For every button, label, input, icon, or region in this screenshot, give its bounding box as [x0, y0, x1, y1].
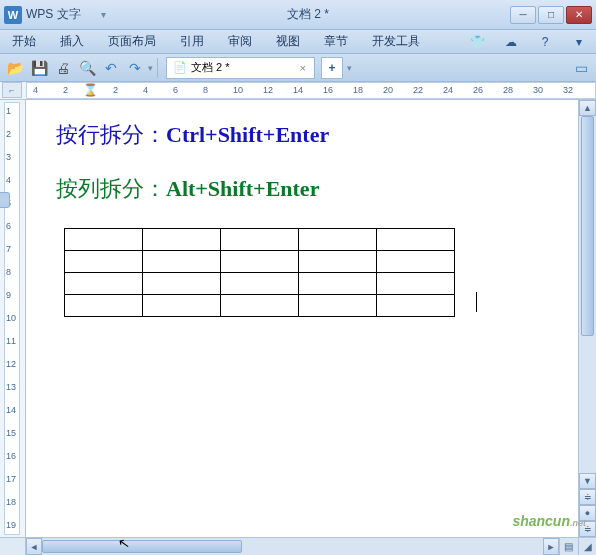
- line1-label: 按行拆分：: [56, 122, 166, 147]
- toolbar: 📂 💾 🖨 🔍 ↶ ↷ ▾ 📄 文档 2 * × + ▾ ▭: [0, 54, 596, 82]
- prev-page-button[interactable]: ≑: [579, 489, 596, 505]
- ruler-tick: 17: [6, 474, 16, 484]
- ruler-tick: 9: [6, 290, 11, 300]
- next-page-button[interactable]: ≑: [579, 521, 596, 537]
- table-row[interactable]: [65, 251, 455, 273]
- content-line-2: 按列拆分：Alt+Shift+Enter: [56, 174, 548, 204]
- ruler-tick: 15: [6, 428, 16, 438]
- open-button[interactable]: 📂: [4, 57, 26, 79]
- redo-button[interactable]: ↷: [124, 57, 146, 79]
- undo-button[interactable]: ↶: [100, 57, 122, 79]
- line2-keys: Alt+Shift+Enter: [166, 176, 319, 201]
- ruler-corner-icon[interactable]: ⌐: [2, 82, 22, 98]
- ruler-tick: 4: [6, 175, 11, 185]
- ruler-tick: 14: [6, 405, 16, 415]
- ruler-tick: 18: [353, 85, 363, 95]
- ruler-tick: 8: [6, 267, 11, 277]
- ruler-tick: 4: [143, 85, 148, 95]
- ruler-tick: 2: [6, 129, 11, 139]
- ruler-tick: 16: [323, 85, 333, 95]
- save-button[interactable]: 💾: [28, 57, 50, 79]
- menu-dev-tools[interactable]: 开发工具: [368, 31, 424, 52]
- vscroll-thumb[interactable]: [581, 116, 594, 336]
- document-page[interactable]: 按行拆分：Ctrl+Shift+Enter 按列拆分：Alt+Shift+Ent…: [26, 100, 578, 537]
- split-view-icon[interactable]: ▤: [559, 538, 577, 555]
- ruler-tick: 24: [443, 85, 453, 95]
- app-name: WPS 文字: [26, 6, 81, 23]
- line1-keys: Ctrl+Shift+Enter: [166, 122, 329, 147]
- vertical-ruler[interactable]: 1 2 3 4 5 6 7 8 9 10 11 12 13 14 15 16 1…: [0, 100, 26, 537]
- ruler-tick: 6: [173, 85, 178, 95]
- tab-list-icon[interactable]: ▾: [347, 63, 352, 73]
- ruler-tick: 13: [6, 382, 16, 392]
- table-row[interactable]: [65, 229, 455, 251]
- document-table[interactable]: [64, 228, 455, 317]
- vscroll-track[interactable]: [579, 116, 596, 473]
- menu-review[interactable]: 审阅: [224, 31, 256, 52]
- ruler-tick: 20: [383, 85, 393, 95]
- menu-view[interactable]: 视图: [272, 31, 304, 52]
- table-row[interactable]: [65, 273, 455, 295]
- corner-icon[interactable]: ◢: [578, 538, 596, 555]
- doc-tab-label: 文档 2 *: [191, 60, 230, 75]
- browse-object-button[interactable]: ●: [579, 505, 596, 521]
- app-logo-icon: W: [4, 6, 22, 24]
- ruler-tick: 30: [533, 85, 543, 95]
- text-caret: [476, 292, 477, 312]
- line2-label: 按列拆分：: [56, 176, 166, 201]
- ruler-tick: 3: [6, 152, 11, 162]
- ruler-tick: 26: [473, 85, 483, 95]
- scroll-right-button[interactable]: ►: [543, 538, 559, 555]
- close-button[interactable]: ✕: [566, 6, 592, 24]
- vertical-scrollbar[interactable]: ▲ ▼ ≑ ● ≑: [578, 100, 596, 537]
- ruler-tick: 12: [6, 359, 16, 369]
- add-tab-button[interactable]: +: [321, 57, 343, 79]
- menu-section[interactable]: 章节: [320, 31, 352, 52]
- ruler-tick: 10: [233, 85, 243, 95]
- skin-icon[interactable]: 👕: [468, 33, 486, 51]
- tab-close-icon[interactable]: ×: [298, 62, 308, 74]
- minimize-button[interactable]: ─: [510, 6, 536, 24]
- menu-references[interactable]: 引用: [176, 31, 208, 52]
- maximize-button[interactable]: □: [538, 6, 564, 24]
- doc-tab-icon: 📄: [173, 61, 187, 74]
- ruler-tick: 19: [6, 520, 16, 530]
- ruler-tick: 18: [6, 497, 16, 507]
- toolbar-more-icon[interactable]: ▾: [148, 63, 153, 73]
- side-panel-tab[interactable]: [0, 192, 10, 208]
- menu-start[interactable]: 开始: [8, 31, 40, 52]
- ruler-tick: 7: [6, 244, 11, 254]
- horizontal-scrollbar-row: ◄ ► ▤ ◢: [0, 537, 596, 555]
- help-icon[interactable]: ?: [536, 33, 554, 51]
- hscroll-thumb[interactable]: [42, 540, 242, 553]
- ruler-tick: 28: [503, 85, 513, 95]
- page-area: 按行拆分：Ctrl+Shift+Enter 按列拆分：Alt+Shift+Ent…: [26, 100, 596, 537]
- menu-bar: 开始 插入 页面布局 引用 审阅 视图 章节 开发工具 👕 ☁ ? ▾: [0, 30, 596, 54]
- ruler-tick: 2: [113, 85, 118, 95]
- ruler-tick: 16: [6, 451, 16, 461]
- ruler-tick: 14: [293, 85, 303, 95]
- content-line-1: 按行拆分：Ctrl+Shift+Enter: [56, 120, 548, 150]
- ruler-tick: 2: [63, 85, 68, 95]
- scroll-up-button[interactable]: ▲: [579, 100, 596, 116]
- cloud-icon[interactable]: ☁: [502, 33, 520, 51]
- hscroll-track[interactable]: [42, 538, 543, 555]
- menu-insert[interactable]: 插入: [56, 31, 88, 52]
- indent-marker-icon[interactable]: ⌛: [83, 83, 98, 97]
- print-preview-button[interactable]: 🔍: [76, 57, 98, 79]
- ruler-tick: 22: [413, 85, 423, 95]
- ruler-tick: 1: [6, 106, 11, 116]
- ruler-tick: 10: [6, 313, 16, 323]
- task-pane-button[interactable]: ▭: [570, 57, 592, 79]
- menu-page-layout[interactable]: 页面布局: [104, 31, 160, 52]
- document-title: 文档 2 *: [106, 6, 510, 23]
- table-row[interactable]: [65, 295, 455, 317]
- ruler-tick: 12: [263, 85, 273, 95]
- scroll-down-button[interactable]: ▼: [579, 473, 596, 489]
- horizontal-ruler[interactable]: ⌐ ⌛ 4 2 2 4 6 8 10 12 14 16 18 20 22 24 …: [0, 82, 596, 100]
- document-tab[interactable]: 📄 文档 2 * ×: [166, 57, 315, 79]
- menu-dropdown-icon[interactable]: ▾: [570, 33, 588, 51]
- scroll-left-button[interactable]: ◄: [26, 538, 42, 555]
- ruler-tick: 32: [563, 85, 573, 95]
- print-button[interactable]: 🖨: [52, 57, 74, 79]
